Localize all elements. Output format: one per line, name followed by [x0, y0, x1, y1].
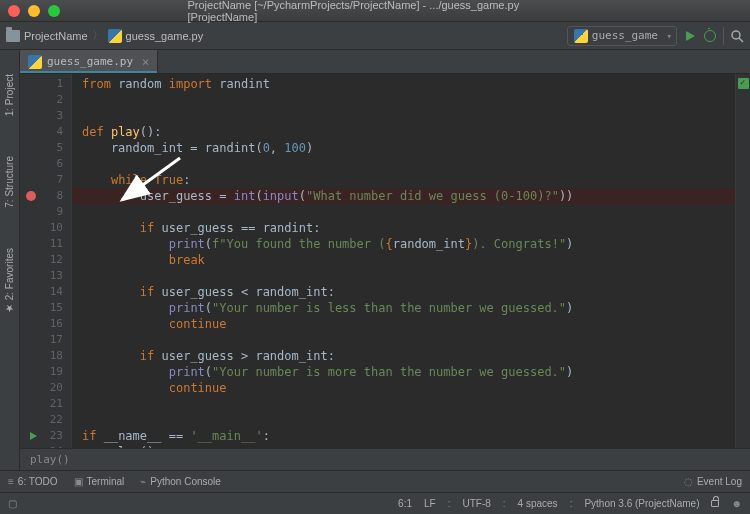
gutter-line[interactable]: 11 [20, 236, 71, 252]
code-line[interactable] [72, 204, 735, 220]
gutter-line[interactable]: 20 [20, 380, 71, 396]
code-line[interactable]: from random import randint [72, 76, 735, 92]
code-line[interactable]: user_guess = int(input("What number did … [72, 188, 735, 204]
svg-point-0 [732, 31, 740, 39]
code-line[interactable]: break [72, 252, 735, 268]
gutter-line[interactable]: 8 [20, 188, 71, 204]
interpreter[interactable]: Python 3.6 (ProjectName) [584, 498, 699, 509]
code-line[interactable]: random_int = randint(0, 100) [72, 140, 735, 156]
tool-window-structure[interactable]: 7: Structure [4, 156, 15, 208]
tool-window-label: Python Console [150, 476, 221, 487]
code-line[interactable]: def play(): [72, 124, 735, 140]
gutter-line[interactable]: 2 [20, 92, 71, 108]
caret-position[interactable]: 6:1 [398, 498, 412, 509]
code-line[interactable]: continue [72, 316, 735, 332]
gutter-line[interactable]: 23 [20, 428, 71, 444]
encoding[interactable]: UTF-8 [462, 498, 490, 509]
separator-icon: : [448, 498, 451, 509]
code-line[interactable]: if user_guess == randint: [72, 220, 735, 236]
error-stripe[interactable] [735, 74, 750, 448]
tool-window-label: 7: Structure [4, 156, 15, 208]
gutter-line[interactable]: 24 [20, 444, 71, 448]
gutter-line[interactable]: 4 [20, 124, 71, 140]
hector-icon[interactable]: ☻ [731, 498, 742, 509]
python-icon: ⌁ [140, 476, 146, 487]
close-tab-button[interactable]: × [142, 55, 149, 69]
tool-window-label: Terminal [87, 476, 125, 487]
code-line[interactable]: if __name__ == '__main__': [72, 428, 735, 444]
tool-window-toggle-icon[interactable]: ▢ [8, 498, 17, 509]
tool-window-todo[interactable]: ≡ 6: TODO [8, 476, 58, 487]
event-log-button[interactable]: ◌ Event Log [684, 476, 742, 487]
code-line[interactable]: print("Your number is more than the numb… [72, 364, 735, 380]
editor-tab[interactable]: guess_game.py × [20, 50, 158, 73]
code-line[interactable] [72, 396, 735, 412]
breadcrumb-symbol: play() [30, 453, 70, 466]
breadcrumb-separator: 〉 [92, 27, 104, 44]
play-icon [686, 31, 695, 41]
close-window-button[interactable] [8, 5, 20, 17]
gutter-line[interactable]: 12 [20, 252, 71, 268]
editor-tab-label: guess_game.py [47, 55, 133, 68]
gutter-line[interactable]: 6 [20, 156, 71, 172]
gutter-line[interactable]: 16 [20, 316, 71, 332]
gutter-line[interactable]: 13 [20, 268, 71, 284]
gutter-line[interactable]: 3 [20, 108, 71, 124]
code-line[interactable]: if user_guess < random_int: [72, 284, 735, 300]
run-button[interactable] [683, 29, 697, 43]
code-line[interactable] [72, 108, 735, 124]
indent-settings[interactable]: 4 spaces [518, 498, 558, 509]
gutter-line[interactable]: 18 [20, 348, 71, 364]
lock-icon[interactable] [711, 500, 719, 507]
gutter-line[interactable]: 22 [20, 412, 71, 428]
separator-icon: : [503, 498, 506, 509]
divider [723, 27, 724, 45]
tool-window-project[interactable]: 1: Project [4, 74, 15, 116]
run-gutter-icon[interactable] [30, 432, 37, 440]
terminal-icon: ▣ [74, 476, 83, 487]
code-line[interactable] [72, 332, 735, 348]
gutter-line[interactable]: 21 [20, 396, 71, 412]
debug-button[interactable] [703, 29, 717, 43]
editor-gutter[interactable]: 1234567891011121314151617181920212223242… [20, 74, 72, 448]
code-line[interactable] [72, 412, 735, 428]
gutter-line[interactable]: 9 [20, 204, 71, 220]
run-configuration-selector[interactable]: guess_game [567, 26, 677, 46]
gutter-line[interactable]: 14 [20, 284, 71, 300]
code-line[interactable] [72, 156, 735, 172]
breakpoint-icon[interactable] [26, 191, 36, 201]
breadcrumb-file[interactable]: guess_game.py [108, 29, 204, 43]
tool-window-terminal[interactable]: ▣ Terminal [74, 476, 125, 487]
gutter-line[interactable]: 10 [20, 220, 71, 236]
breadcrumb-project[interactable]: ProjectName [24, 30, 88, 42]
code-line[interactable]: print("Your number is less than the numb… [72, 300, 735, 316]
code-line[interactable]: continue [72, 380, 735, 396]
gutter-line[interactable]: 17 [20, 332, 71, 348]
python-file-icon [574, 29, 588, 43]
search-everywhere-button[interactable] [730, 29, 744, 43]
tool-window-favorites[interactable]: ★2: Favorites [4, 248, 15, 314]
tool-window-python-console[interactable]: ⌁ Python Console [140, 476, 221, 487]
fullscreen-window-button[interactable] [48, 5, 60, 17]
code-line[interactable] [72, 268, 735, 284]
gutter-line[interactable]: 15 [20, 300, 71, 316]
run-config-label: guess_game [592, 29, 658, 42]
separator-icon: : [570, 498, 573, 509]
code-line[interactable]: print(f"You found the number ({random_in… [72, 236, 735, 252]
bug-icon [704, 30, 716, 42]
status-bar: ▢ 6:1 LF : UTF-8 : 4 spaces : Python 3.6… [0, 492, 750, 514]
editor-breadcrumbs[interactable]: play() [20, 448, 750, 470]
gutter-line[interactable]: 5 [20, 140, 71, 156]
gutter-line[interactable]: 19 [20, 364, 71, 380]
code-line[interactable]: play() [72, 444, 735, 448]
editor-area: guess_game.py × 123456789101112131415161… [20, 50, 750, 470]
bottom-tool-bar: ≡ 6: TODO ▣ Terminal ⌁ Python Console ◌ … [0, 470, 750, 492]
code-line[interactable]: while True: [72, 172, 735, 188]
gutter-line[interactable]: 7 [20, 172, 71, 188]
gutter-line[interactable]: 1 [20, 76, 71, 92]
code-editor[interactable]: from random import randintdef play(): ra… [72, 74, 735, 448]
line-separator[interactable]: LF [424, 498, 436, 509]
code-line[interactable] [72, 92, 735, 108]
minimize-window-button[interactable] [28, 5, 40, 17]
code-line[interactable]: if user_guess > random_int: [72, 348, 735, 364]
